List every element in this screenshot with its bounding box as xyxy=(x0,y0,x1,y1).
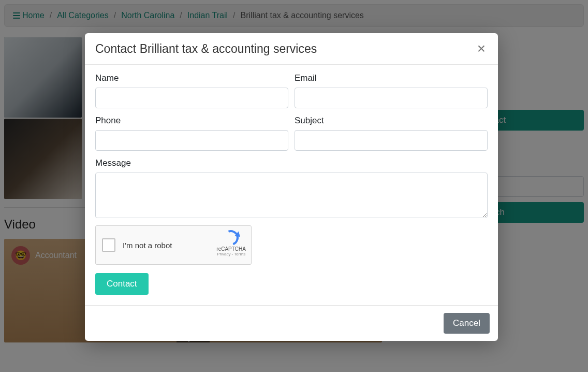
cancel-button[interactable]: Cancel xyxy=(444,313,490,334)
recaptcha-links[interactable]: Privacy - Terms xyxy=(216,252,246,256)
phone-input[interactable] xyxy=(95,130,288,151)
email-label: Email xyxy=(295,73,488,83)
recaptcha-label: I'm not a robot xyxy=(123,241,172,250)
contact-modal: Contact Brilliant tax & accounting servi… xyxy=(85,33,498,341)
subject-label: Subject xyxy=(295,116,488,126)
recaptcha-icon xyxy=(223,230,240,246)
modal-title: Contact Brilliant tax & accounting servi… xyxy=(95,42,317,56)
message-label: Message xyxy=(95,158,488,168)
recaptcha-branding: reCAPTCHA Privacy - Terms xyxy=(216,230,246,256)
name-input[interactable] xyxy=(95,88,288,108)
name-label: Name xyxy=(95,73,288,83)
recaptcha-checkbox[interactable] xyxy=(102,238,115,252)
close-icon[interactable]: × xyxy=(475,41,488,56)
recaptcha-widget[interactable]: I'm not a robot reCAPTCHA Privacy - Term… xyxy=(95,225,252,265)
contact-submit-button[interactable]: Contact xyxy=(95,273,149,295)
recaptcha-brand-text: reCAPTCHA xyxy=(216,246,246,252)
phone-label: Phone xyxy=(95,116,288,126)
email-input[interactable] xyxy=(295,88,488,108)
modal-footer: Cancel xyxy=(85,305,498,341)
subject-input[interactable] xyxy=(295,130,488,151)
modal-header: Contact Brilliant tax & accounting servi… xyxy=(85,33,498,65)
modal-body: Name Email Phone Subject Message xyxy=(85,65,498,305)
message-textarea[interactable] xyxy=(95,173,488,218)
